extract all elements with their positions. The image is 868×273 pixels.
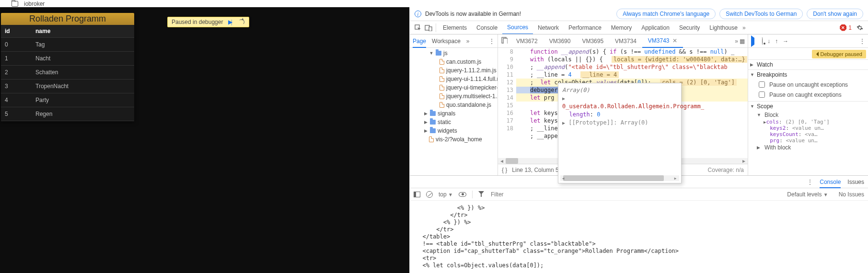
expand-icon[interactable]: ▶ <box>562 120 565 125</box>
dont-show-again-button[interactable]: Don't show again <box>807 9 863 19</box>
snippets-icon[interactable]: ▦ <box>740 38 745 45</box>
clear-console-icon[interactable] <box>426 191 433 198</box>
nav-more-icon[interactable]: » <box>466 38 468 45</box>
levels-selector[interactable]: Default levels ▼ <box>787 191 828 198</box>
more-tabs-icon[interactable]: » <box>742 24 744 31</box>
pause-caught-checkbox[interactable]: Pause on caught exceptions <box>757 90 866 100</box>
scope-var-keyscount: keysCount: <va… <box>764 131 866 137</box>
tab-security[interactable]: Security <box>674 21 705 34</box>
svg-rect-2 <box>429 27 432 31</box>
device-mode-icon[interactable] <box>423 24 434 31</box>
step-into-button[interactable]: ↓ <box>767 38 770 45</box>
editor-tab[interactable]: VM3734 <box>609 34 642 48</box>
scroll-thumb[interactable] <box>506 158 518 164</box>
scope-var-prg: prg: <value un… <box>764 137 866 144</box>
error-icon[interactable]: ✕ <box>840 24 846 31</box>
scope-block[interactable]: ▼Block <box>757 111 866 119</box>
tab-memory[interactable]: Memory <box>606 21 637 34</box>
console-drawer[interactable]: ⋮ Console Issues top ▼ Default levels ▼ … <box>410 175 868 273</box>
table-header-row: id name <box>1 25 134 38</box>
paused-text: Paused in debugger <box>172 19 223 25</box>
tab-sources[interactable]: Sources <box>502 21 533 34</box>
app-viewport[interactable]: Rolladen Programm id name 0Tag 1Nacht 2S… <box>0 7 409 273</box>
th-name: name <box>32 25 134 38</box>
popover-h-scrollbar[interactable]: ◂ ▸ <box>560 175 679 181</box>
debugger-sidebar[interactable]: ↓ ↑ → ⋮ Debugger paused ▶Watch ▼Breakpoi… <box>748 34 868 175</box>
pretty-print-icon[interactable]: { } <box>502 167 507 173</box>
error-count: 1 <box>848 24 852 31</box>
scope-var-cols[interactable]: ▶cols: (2) [0, 'Tag'] <box>764 119 866 125</box>
editor-tab[interactable]: VM3690 <box>544 34 577 48</box>
watch-section[interactable]: ▶Watch <box>748 60 868 69</box>
debugger-menu-icon[interactable]: ⋮ <box>859 38 865 45</box>
drawer-tab-console[interactable]: Console <box>820 179 841 188</box>
scope-with-block[interactable]: ▶With block <box>757 144 866 151</box>
nav-menu-icon[interactable]: ⋮ <box>489 38 495 45</box>
nav-tab-page[interactable]: Page <box>413 38 426 48</box>
th-id: id <box>1 25 32 38</box>
table-row: 2Schatten <box>1 66 134 80</box>
inspect-icon[interactable] <box>413 24 423 31</box>
file-icon <box>440 102 444 108</box>
context-selector[interactable]: top ▼ <box>439 191 453 198</box>
expand-icon[interactable]: ▶ <box>562 96 565 101</box>
tab-elements[interactable]: Elements <box>438 21 472 34</box>
no-issues-label: No Issues <box>839 191 864 198</box>
scope-section[interactable]: ▼Scope <box>748 102 868 111</box>
step-button[interactable]: → <box>783 38 788 45</box>
match-language-button[interactable]: Always match Chrome's language <box>616 9 716 19</box>
switch-german-button[interactable]: Switch DevTools to German <box>719 9 803 19</box>
sources-navigator[interactable]: Page Workspace » ⋮ ▼js can.custom.js jqu… <box>410 34 498 175</box>
editor-tab[interactable]: VM3672 <box>510 34 544 48</box>
sidebar-toggle-icon[interactable] <box>414 192 420 197</box>
line-gutter[interactable]: 89101112131415161718 <box>498 48 516 158</box>
table-row: 0Tag <box>1 38 134 52</box>
breakpoints-section[interactable]: ▼Breakpoints <box>748 70 868 80</box>
tab-application[interactable]: Application <box>637 21 674 34</box>
tab-console[interactable]: Console <box>472 21 502 34</box>
editor-more-icon[interactable]: » <box>735 38 737 45</box>
step-over-button[interactable] <box>762 38 763 45</box>
value-popover[interactable]: Array(0) ▶ 0_userdata.0.Rolladen.Allgeme… <box>558 83 682 183</box>
editor-tab[interactable]: VM3695 <box>576 34 609 48</box>
drawer-tab-issues[interactable]: Issues <box>847 179 864 185</box>
console-output[interactable]: <% }) %> </tr> <% }) %> </tr> </table> !… <box>410 201 868 273</box>
tab-network[interactable]: Network <box>533 21 564 34</box>
info-icon: i <box>415 11 421 17</box>
table-row: 1Nacht <box>1 52 134 66</box>
file-nav-icon[interactable] <box>501 37 508 45</box>
file-icon <box>429 136 434 142</box>
step-out-button[interactable]: ↑ <box>775 38 778 45</box>
scroll-thumb[interactable] <box>563 175 664 181</box>
browser-tab[interactable]: iobroker <box>0 0 868 7</box>
filter-input[interactable] <box>490 191 547 198</box>
devtools: i DevTools is now available in German! A… <box>409 7 868 273</box>
settings-gear-icon[interactable] <box>855 24 865 31</box>
table-row: 4Party <box>1 93 134 107</box>
table-row: 5Regen <box>1 107 134 121</box>
filter-icon <box>478 191 484 197</box>
popover-title: Array(0) <box>562 86 677 94</box>
file-tree[interactable]: ▼js can.custom.js jquery-1.11.2.min.js j… <box>410 48 498 175</box>
resume-button[interactable] <box>751 38 757 45</box>
shutter-table: Rolladen Programm id name 0Tag 1Nacht 2S… <box>1 13 134 121</box>
tab-performance[interactable]: Performance <box>564 21 606 34</box>
folder-icon <box>430 128 436 133</box>
pause-uncaught-checkbox[interactable]: Pause on uncaught exceptions <box>757 80 866 90</box>
resume-icon[interactable]: ▶| <box>226 19 234 25</box>
file-icon <box>440 59 444 65</box>
drawer-menu-icon[interactable]: ⋮ <box>807 179 813 185</box>
close-icon[interactable]: ✕ <box>672 37 677 44</box>
debugger-controls: ↓ ↑ → ⋮ <box>748 34 868 48</box>
step-over-icon[interactable] <box>237 19 246 25</box>
editor-tabstrip: VM3672 VM3690 VM3695 VM3734 VM3743✕ » ▦ <box>498 34 748 48</box>
file-icon <box>440 93 444 99</box>
folder-icon <box>436 51 441 56</box>
coverage-label: Coverage: n/a <box>708 167 744 173</box>
live-expression-icon[interactable] <box>459 192 466 197</box>
editor-tab-active[interactable]: VM3743✕ <box>642 34 683 48</box>
file-icon <box>440 68 444 73</box>
tab-lighthouse[interactable]: Lighthouse <box>705 21 742 34</box>
table-caption: Rolladen Programm <box>1 13 134 25</box>
nav-tab-workspace[interactable]: Workspace <box>432 38 461 45</box>
